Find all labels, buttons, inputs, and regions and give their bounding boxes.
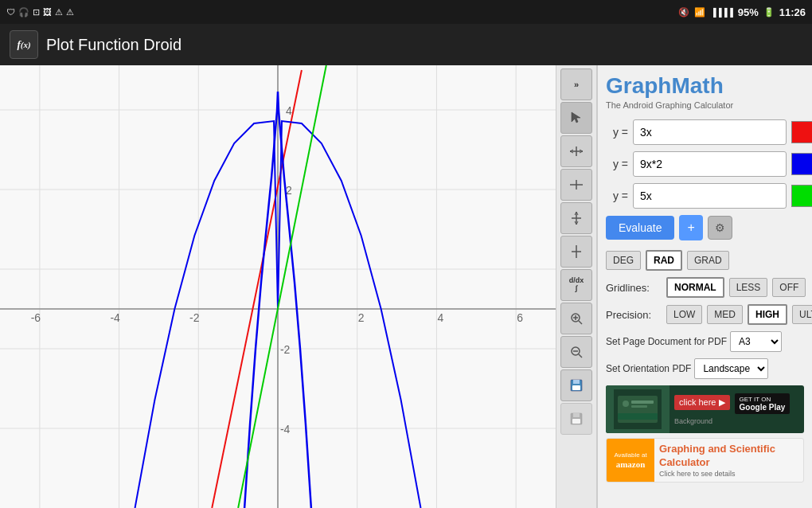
derivative-tool[interactable]: d/dx∫: [560, 269, 592, 301]
add-function-button[interactable]: +: [679, 215, 702, 240]
title-bar: f(x) Plot Function Droid: [0, 24, 812, 65]
app-brand-title: GraphMath: [606, 73, 804, 99]
app-title: Plot Function Droid: [46, 36, 182, 54]
orientation-label: Set Orientation PDF: [606, 363, 691, 374]
graph-svg: -6 -4 -2 2 4 6 4 2 -2 -4: [0, 65, 556, 508]
gridlines-label: Gridlines:: [606, 282, 662, 294]
orientation-select[interactable]: LandscapePortrait: [694, 358, 768, 379]
func-input-3[interactable]: [633, 183, 787, 209]
evaluate-button[interactable]: Evaluate: [606, 216, 674, 240]
warning-icon: ⚠: [55, 7, 63, 18]
screenshot-icon: ⊡: [33, 7, 40, 18]
action-btn-row: Evaluate + ⚙: [606, 215, 804, 240]
grad-button[interactable]: GRAD: [687, 251, 729, 270]
svg-rect-61: [618, 413, 658, 420]
func-color-3[interactable]: [791, 185, 812, 207]
ad-sub-text: Click here to see details: [659, 470, 798, 478]
clock: 11:26: [779, 6, 806, 18]
signal-icon: ▐▐▐▐: [710, 8, 732, 17]
ad-banner-bg-text: Background: [674, 417, 799, 425]
func-input-1[interactable]: [633, 119, 787, 145]
gridlines-normal[interactable]: NORMAL: [666, 277, 724, 298]
page-doc-label: Set Page Document for PDF: [606, 336, 727, 347]
headphones-icon: 🎧: [18, 7, 29, 18]
battery-level: 95%: [738, 6, 759, 18]
svg-text:-2: -2: [280, 343, 291, 356]
svg-rect-54: [573, 413, 580, 417]
precision-row: Precision: LOW MED HIGH ULTRA: [606, 304, 804, 325]
page-doc-select[interactable]: A3A4Letter: [730, 331, 782, 352]
zoom-stretch-x[interactable]: [560, 135, 592, 167]
angle-mode-row: DEG RAD GRAD: [606, 250, 804, 271]
page-doc-row: Set Page Document for PDF A3A4Letter: [606, 331, 804, 352]
func-color-2[interactable]: [791, 153, 812, 175]
save-btn-2[interactable]: [560, 403, 592, 435]
ad-banner-bottom[interactable]: Available at amazon Graphing and Scienti…: [606, 438, 804, 483]
func-input-2[interactable]: [633, 151, 787, 177]
rad-button[interactable]: RAD: [646, 250, 682, 271]
right-panel: GraphMath The Android Graphing Calculato…: [597, 65, 812, 508]
toolbar: »: [556, 65, 597, 508]
zoom-out-btn[interactable]: [560, 336, 592, 368]
warning2-icon: ⚠: [66, 7, 74, 18]
ad-image: [606, 385, 670, 433]
precision-ultra[interactable]: ULTRA: [792, 305, 812, 324]
svg-text:-6: -6: [31, 311, 41, 324]
graph-area[interactable]: -6 -4 -2 2 4 6 4 2 -2 -4: [0, 65, 556, 508]
app-brand-subtitle: The Android Graphing Calculator: [606, 100, 804, 110]
image-icon: 🖼: [43, 7, 52, 17]
main-content: -6 -4 -2 2 4 6 4 2 -2 -4: [0, 65, 812, 508]
precision-label: Precision:: [606, 309, 662, 321]
save-btn-1[interactable]: [560, 369, 592, 401]
zoom-stretch-y[interactable]: [560, 202, 592, 234]
precision-low[interactable]: LOW: [666, 305, 702, 324]
ad-text-area: Graphing and ScientificCalculator Click …: [654, 438, 803, 483]
gridlines-less[interactable]: LESS: [729, 278, 768, 297]
svg-text:2: 2: [358, 311, 365, 324]
ad-click-here-text: click here ▶: [674, 395, 730, 410]
zoom-reset[interactable]: [560, 303, 592, 334]
expand-btn[interactable]: »: [560, 68, 592, 100]
svg-rect-55: [572, 419, 580, 424]
svg-line-48: [579, 354, 582, 358]
settings-button[interactable]: ⚙: [708, 216, 732, 240]
deg-button[interactable]: DEG: [606, 251, 641, 270]
zoom-compress-x[interactable]: [560, 169, 592, 201]
svg-line-44: [579, 321, 582, 324]
function-row-1: y =: [606, 119, 804, 145]
precision-high[interactable]: HIGH: [748, 304, 787, 325]
amazon-logo: Available at amazon: [607, 438, 654, 483]
status-icons-left: 🛡 🎧 ⊡ 🖼 ⚠ ⚠: [6, 7, 74, 18]
svg-rect-59: [631, 401, 654, 404]
svg-text:6: 6: [517, 311, 523, 324]
gridlines-off[interactable]: OFF: [772, 278, 806, 297]
function-row-3: y =: [606, 183, 804, 209]
shield-icon: 🛡: [6, 7, 15, 17]
func-color-1[interactable]: [791, 121, 812, 143]
zoom-compress-y[interactable]: [560, 236, 592, 268]
precision-med[interactable]: MED: [707, 305, 743, 324]
gridlines-row: Gridlines: NORMAL LESS OFF: [606, 277, 804, 298]
svg-text:4: 4: [286, 104, 292, 117]
svg-rect-60: [631, 405, 647, 408]
status-icons-right: 🔇 📶 ▐▐▐▐ 95% 🔋 11:26: [678, 6, 806, 18]
func-label-2: y =: [606, 158, 628, 170]
func-label-1: y =: [606, 126, 628, 139]
mute-icon: 🔇: [678, 7, 689, 18]
svg-text:4: 4: [438, 311, 444, 324]
wifi-icon: 📶: [694, 7, 705, 18]
svg-rect-51: [573, 380, 580, 384]
func-label-3: y =: [606, 190, 628, 202]
battery-icon: 🔋: [763, 7, 775, 18]
ad-banner-top[interactable]: click here ▶ GET IT ONGoogle Play Backgr…: [606, 385, 804, 433]
svg-text:-4: -4: [280, 423, 291, 436]
svg-rect-52: [572, 385, 580, 390]
svg-point-58: [623, 401, 629, 407]
svg-text:-2: -2: [189, 311, 200, 324]
app-icon: f(x): [10, 30, 38, 59]
cursor-tool[interactable]: [560, 102, 592, 134]
orientation-row: Set Orientation PDF LandscapePortrait: [606, 358, 804, 379]
svg-text:-4: -4: [110, 311, 120, 324]
function-row-2: y =: [606, 151, 804, 177]
ad-main-text: Graphing and ScientificCalculator: [659, 443, 798, 470]
